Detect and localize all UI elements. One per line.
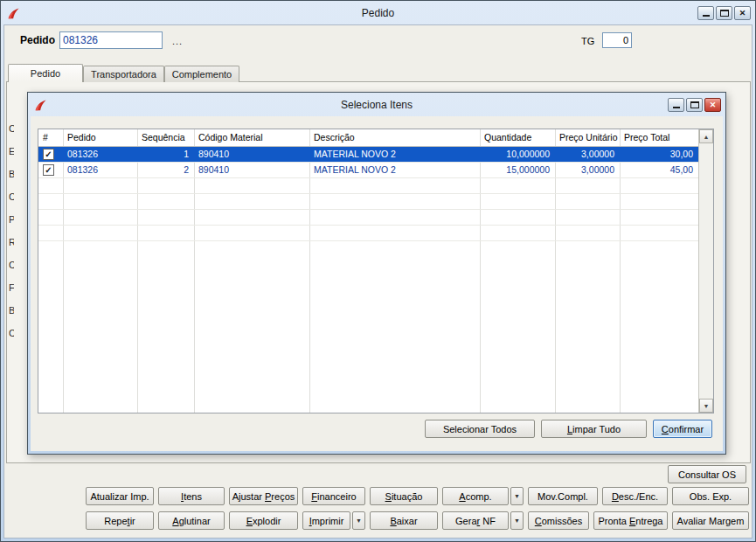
action-financeiro[interactable]: Financeiro — [302, 487, 365, 505]
minimize-icon — [703, 15, 710, 17]
dialog-controls: ✕ — [668, 98, 721, 112]
action-gerar-nf[interactable]: Gerar NF — [442, 511, 509, 530]
col-header-quantidade[interactable]: Quantidade — [480, 129, 555, 146]
dialog-titlebar[interactable]: Seleciona Itens ✕ — [31, 95, 723, 116]
grid-empty-row — [38, 226, 698, 241]
clipped-label-fragment: C — [9, 328, 14, 339]
seleciona-itens-dialog: Seleciona Itens ✕ — [27, 92, 726, 455]
dialog-body: # Pedido Sequência Código Material Descr… — [31, 116, 723, 451]
cell-descricao: MATERIAL NOVO 2 — [309, 147, 480, 162]
col-header-sequencia[interactable]: Sequência — [137, 129, 194, 146]
window-title: Pedido — [3, 3, 753, 24]
action-atualizar-imp[interactable]: Atualizar Imp. — [86, 487, 154, 505]
clipped-label-fragment: E — [9, 146, 14, 157]
close-icon: ✕ — [735, 7, 750, 19]
action-situacao[interactable]: Situação — [370, 487, 438, 505]
pedido-lookup-button[interactable]: ... — [170, 35, 185, 47]
cell-sequencia: 1 — [137, 147, 194, 162]
action-explodir[interactable]: Explodir — [229, 511, 298, 530]
action-repetir[interactable]: Repetir — [86, 511, 154, 530]
grid-empty-row — [38, 210, 698, 226]
action-baixar[interactable]: Baixar — [370, 511, 438, 530]
window-controls: ✕ — [697, 6, 751, 20]
limpar-tudo-button[interactable]: Limpar Tudo — [541, 420, 647, 438]
cell-check: ✓ — [38, 147, 63, 162]
action-desc-enc[interactable]: Desc./Enc. — [602, 487, 668, 505]
action-avaliar-margem[interactable]: Avaliar Margem — [672, 511, 749, 530]
action-mov-compl[interactable]: Mov.Compl. — [528, 487, 598, 505]
arrow-up-icon: ▲ — [704, 134, 710, 140]
col-header-descricao[interactable]: Descrição — [309, 129, 480, 146]
cell-pedido: 081326 — [63, 147, 137, 162]
tg-input[interactable] — [602, 32, 632, 48]
clipped-label-fragment: R — [9, 237, 14, 248]
scroll-down-button[interactable]: ▼ — [699, 399, 713, 413]
cell-codigo-material: 890410 — [194, 163, 309, 177]
action-ajustar-precos[interactable]: Ajustar Preços — [229, 487, 298, 505]
chevron-down-icon: ▼ — [356, 518, 362, 524]
grid-row[interactable]: ✓ 081326 2 890410 MATERIAL NOVO 2 15,000… — [38, 163, 698, 178]
grid-content: # Pedido Sequência Código Material Descr… — [38, 129, 698, 413]
dialog-close-button[interactable]: ✕ — [704, 98, 721, 112]
row-checkbox[interactable]: ✓ — [43, 164, 54, 176]
action-pronta-entrega[interactable]: Pronta Entrega — [593, 511, 668, 530]
confirmar-button[interactable]: Confirmar — [653, 420, 712, 438]
col-header-pedido[interactable]: Pedido — [63, 129, 137, 146]
cell-quantidade: 15,000000 — [480, 163, 555, 177]
action-gerar-nf-dropdown[interactable]: ▼ — [510, 511, 524, 530]
action-row-2: Repetir Aglutinar Explodir Imprimir ▼ Ba… — [86, 511, 749, 530]
selecionar-todos-button[interactable]: Selecionar Todos — [425, 420, 535, 438]
main-titlebar[interactable]: Pedido ✕ — [3, 3, 753, 24]
pedido-number-input[interactable] — [59, 31, 163, 49]
action-acomp[interactable]: Acomp. — [442, 487, 509, 505]
col-header-check[interactable]: # — [38, 129, 63, 146]
action-acomp-dropdown[interactable]: ▼ — [510, 487, 524, 505]
tab-pedido[interactable]: Pedido — [8, 64, 83, 82]
clipped-label-fragment: C — [9, 191, 14, 203]
maximize-icon — [720, 10, 729, 17]
close-icon: ✕ — [705, 99, 720, 111]
action-imprimir-dropdown[interactable]: ▼ — [352, 511, 365, 530]
grid-header-row: # Pedido Sequência Código Material Descr… — [38, 129, 698, 147]
consultar-os-button[interactable]: Consultar OS — [668, 465, 746, 483]
maximize-button[interactable] — [716, 6, 732, 20]
action-obs-exp[interactable]: Obs. Exp. — [672, 487, 749, 505]
cell-pedido: 081326 — [63, 163, 137, 177]
scroll-up-button[interactable]: ▲ — [699, 129, 713, 143]
arrow-down-icon: ▼ — [704, 403, 710, 409]
dialog-maximize-button[interactable] — [686, 98, 703, 112]
tab-complemento[interactable]: Complemento — [164, 66, 239, 82]
clipped-label-fragment: P — [9, 214, 14, 226]
tab-transportadora[interactable]: Transportadora — [83, 66, 164, 82]
action-imprimir[interactable]: Imprimir — [302, 511, 350, 530]
window-body: Pedido ... TG Pedido Transportadora Comp… — [3, 24, 753, 539]
dialog-footer: Selecionar Todos Limpar Tudo Confirmar — [31, 420, 712, 438]
grid-empty-row — [38, 194, 698, 210]
items-grid: # Pedido Sequência Código Material Descr… — [38, 129, 714, 413]
cell-quantidade: 10,000000 — [480, 147, 555, 162]
tg-label: TG — [581, 36, 594, 46]
pedido-field-label: Pedido — [20, 34, 55, 46]
cell-codigo-material: 890410 — [194, 147, 309, 162]
dialog-minimize-button[interactable] — [668, 98, 684, 112]
vertical-scrollbar[interactable]: ▲ ▼ — [698, 129, 713, 413]
minimize-button[interactable] — [697, 6, 714, 20]
action-aglutinar[interactable]: Aglutinar — [158, 511, 225, 530]
col-header-preco-total[interactable]: Preço Total — [620, 129, 698, 146]
row-checkbox[interactable]: ✓ — [43, 149, 54, 160]
cell-preco-total: 30,00 — [620, 147, 698, 162]
grid-empty-row — [38, 178, 698, 194]
cell-preco-total: 45,00 — [620, 163, 698, 177]
col-header-preco-unitario[interactable]: Preço Unitário — [555, 129, 620, 146]
close-button[interactable]: ✕ — [734, 6, 751, 20]
action-imprimir-group: Imprimir ▼ — [302, 511, 365, 530]
clipped-label-fragment: B — [9, 305, 14, 316]
maximize-icon — [690, 101, 699, 108]
cell-sequencia: 2 — [137, 163, 194, 177]
action-itens[interactable]: Itens — [158, 487, 225, 505]
action-comissoes[interactable]: Comissões — [528, 511, 589, 530]
minimize-icon — [673, 107, 680, 108]
col-header-codigo-material[interactable]: Código Material — [194, 129, 309, 146]
action-acomp-group: Acomp. ▼ — [442, 487, 524, 505]
grid-row-selected[interactable]: ✓ 081326 1 890410 MATERIAL NOVO 2 10,000… — [38, 147, 698, 163]
